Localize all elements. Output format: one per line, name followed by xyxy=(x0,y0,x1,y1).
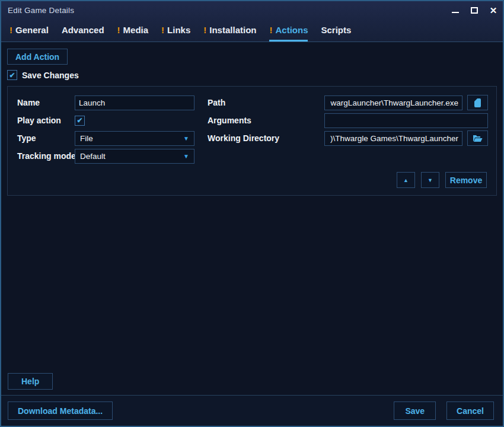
tracking-mode-label: Tracking mode xyxy=(17,151,75,161)
content-spacer xyxy=(7,196,497,373)
tab-label: Media xyxy=(123,25,149,35)
action-fields-grid: Name Path Play action ✔ xyxy=(17,95,487,164)
browse-folder-button[interactable] xyxy=(467,130,488,146)
tab-links[interactable]: ! Links xyxy=(161,19,190,42)
action-card: Name Path Play action ✔ xyxy=(7,86,497,196)
footer-actions: Save Cancel xyxy=(394,401,494,420)
save-changes-checkbox[interactable]: ✔ xyxy=(7,70,17,80)
file-icon xyxy=(474,98,481,107)
play-action-label: Play action xyxy=(17,116,75,125)
warning-icon: ! xyxy=(9,25,12,35)
type-label: Type xyxy=(17,133,75,143)
tab-bar: ! General Advanced ! Media ! Links ! Ins… xyxy=(1,19,503,42)
working-directory-input[interactable] xyxy=(324,131,462,146)
remove-button[interactable]: Remove xyxy=(445,172,487,188)
minimize-icon xyxy=(452,12,459,13)
path-row xyxy=(324,95,488,110)
tab-advanced[interactable]: Advanced xyxy=(62,19,104,42)
name-label: Name xyxy=(17,98,75,107)
working-directory-row xyxy=(324,130,488,146)
tab-installation[interactable]: ! Installation xyxy=(203,19,256,42)
arrow-up-icon: ▲ xyxy=(403,177,409,183)
tab-label: Links xyxy=(167,25,190,35)
tracking-mode-dropdown[interactable]: Default ▼ xyxy=(75,149,194,164)
tab-actions[interactable]: ! Actions xyxy=(269,19,308,42)
tab-scripts[interactable]: Scripts xyxy=(321,19,351,42)
titlebar: Edit Game Details ✕ xyxy=(1,1,503,19)
tab-label: Actions xyxy=(275,25,308,35)
arrow-down-icon: ▼ xyxy=(428,177,433,183)
check-icon: ✔ xyxy=(9,72,15,79)
working-directory-label: Working Directory xyxy=(208,133,324,143)
save-button[interactable]: Save xyxy=(394,401,436,420)
tab-label: General xyxy=(15,25,49,35)
close-icon: ✕ xyxy=(490,6,497,15)
chevron-down-icon: ▼ xyxy=(183,135,189,142)
add-action-button[interactable]: Add Action xyxy=(7,49,68,65)
help-button[interactable]: Help xyxy=(8,373,53,390)
action-card-buttons: ▲ ▼ Remove xyxy=(17,172,487,188)
window-title: Edit Game Details xyxy=(8,6,74,15)
cancel-button[interactable]: Cancel xyxy=(446,401,494,420)
tab-media[interactable]: ! Media xyxy=(117,19,149,42)
folder-open-icon xyxy=(473,135,483,142)
edit-game-details-window: Edit Game Details ✕ ! General Advanced !… xyxy=(0,0,504,427)
warning-icon: ! xyxy=(117,25,120,35)
type-value: File xyxy=(80,134,93,143)
window-controls: ✕ xyxy=(446,1,503,19)
warning-icon: ! xyxy=(203,25,206,35)
actions-tab-content: Add Action ✔ Save Changes Name Path xyxy=(1,42,503,395)
arguments-input[interactable] xyxy=(324,113,488,128)
tab-label: Advanced xyxy=(62,25,104,35)
close-button[interactable]: ✕ xyxy=(484,1,503,19)
minimize-button[interactable] xyxy=(446,1,465,19)
browse-file-button[interactable] xyxy=(467,95,488,110)
download-metadata-button[interactable]: Download Metadata... xyxy=(8,401,113,420)
warning-icon: ! xyxy=(269,25,272,35)
arguments-label: Arguments xyxy=(208,116,324,125)
footer-bar: Download Metadata... Save Cancel xyxy=(1,395,503,426)
check-icon: ✔ xyxy=(76,117,82,124)
tab-label: Scripts xyxy=(321,25,351,35)
tab-general[interactable]: ! General xyxy=(9,19,49,42)
save-changes-row: ✔ Save Changes xyxy=(7,70,497,80)
maximize-icon xyxy=(471,7,478,14)
play-action-checkbox[interactable]: ✔ xyxy=(75,116,85,126)
name-input[interactable] xyxy=(75,95,194,110)
warning-icon: ! xyxy=(161,25,164,35)
maximize-button[interactable] xyxy=(465,1,484,19)
tab-label: Installation xyxy=(209,25,256,35)
path-label: Path xyxy=(208,98,324,107)
move-down-button[interactable]: ▼ xyxy=(421,172,439,188)
tracking-mode-value: Default xyxy=(80,152,106,161)
save-changes-label: Save Changes xyxy=(22,71,79,80)
path-input[interactable] xyxy=(324,95,462,110)
move-up-button[interactable]: ▲ xyxy=(397,172,415,188)
type-dropdown[interactable]: File ▼ xyxy=(75,131,194,146)
chevron-down-icon: ▼ xyxy=(183,153,189,160)
